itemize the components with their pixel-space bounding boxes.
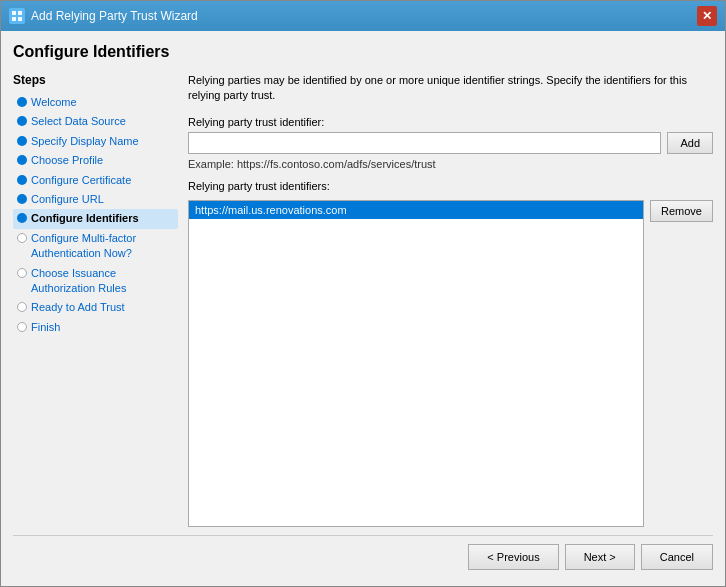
add-button[interactable]: Add — [667, 132, 713, 154]
identifier-field-label: Relying party trust identifier: — [188, 116, 713, 128]
title-bar: Add Relying Party Trust Wizard ✕ — [1, 1, 725, 31]
sidebar-item-choose-profile[interactable]: Choose Profile — [13, 151, 178, 170]
sidebar-item-choose-issuance[interactable]: Choose Issuance Authorization Rules — [13, 264, 178, 299]
svg-rect-3 — [18, 17, 22, 21]
svg-rect-0 — [12, 11, 16, 15]
dot-icon — [17, 213, 27, 223]
sidebar-item-label: Choose Profile — [31, 153, 103, 168]
identifier-input[interactable] — [188, 132, 661, 154]
sidebar-item-label: Welcome — [31, 95, 77, 110]
remove-button[interactable]: Remove — [650, 200, 713, 222]
window-title: Add Relying Party Trust Wizard — [31, 9, 198, 23]
list-item[interactable]: https://mail.us.renovations.com — [189, 201, 643, 219]
dot-icon — [17, 194, 27, 204]
identifiers-area: https://mail.us.renovations.com Remove — [188, 200, 713, 527]
svg-rect-2 — [12, 17, 16, 21]
identifiers-buttons: Remove — [650, 200, 713, 527]
window-body: Configure Identifiers Steps Welcome Sele… — [1, 31, 725, 586]
dot-icon — [17, 233, 27, 243]
dot-icon — [17, 136, 27, 146]
dot-icon — [17, 116, 27, 126]
page-title: Configure Identifiers — [13, 43, 713, 61]
title-bar-left: Add Relying Party Trust Wizard — [9, 8, 198, 24]
sidebar-item-welcome[interactable]: Welcome — [13, 93, 178, 112]
identifiers-list-label: Relying party trust identifiers: — [188, 180, 713, 192]
sidebar-item-label: Configure URL — [31, 192, 104, 207]
description-text: Relying parties may be identified by one… — [188, 73, 713, 104]
sidebar-item-ready-to-add[interactable]: Ready to Add Trust — [13, 298, 178, 317]
app-icon — [9, 8, 25, 24]
sidebar-item-specify-display-name[interactable]: Specify Display Name — [13, 132, 178, 151]
sidebar-item-label: Choose Issuance Authorization Rules — [31, 266, 174, 297]
cancel-button[interactable]: Cancel — [641, 544, 713, 570]
sidebar-item-label: Select Data Source — [31, 114, 126, 129]
sidebar-item-configure-url[interactable]: Configure URL — [13, 190, 178, 209]
sidebar-item-label: Configure Multi-factor Authentication No… — [31, 231, 174, 262]
example-text: Example: https://fs.contoso.com/adfs/ser… — [188, 158, 713, 170]
sidebar-item-label: Specify Display Name — [31, 134, 139, 149]
dot-icon — [17, 97, 27, 107]
svg-rect-1 — [18, 11, 22, 15]
dot-icon — [17, 268, 27, 278]
sidebar-item-label: Configure Identifiers — [31, 211, 139, 226]
sidebar-item-label: Finish — [31, 320, 60, 335]
dot-icon — [17, 155, 27, 165]
identifier-field-group: Relying party trust identifier: Add Exam… — [188, 116, 713, 170]
close-button[interactable]: ✕ — [697, 6, 717, 26]
sidebar: Steps Welcome Select Data Source Specify… — [13, 73, 188, 527]
previous-button[interactable]: < Previous — [468, 544, 558, 570]
sidebar-item-label: Ready to Add Trust — [31, 300, 125, 315]
sidebar-item-label: Configure Certificate — [31, 173, 131, 188]
dot-icon — [17, 175, 27, 185]
sidebar-item-select-data-source[interactable]: Select Data Source — [13, 112, 178, 131]
sidebar-item-finish[interactable]: Finish — [13, 318, 178, 337]
dot-icon — [17, 302, 27, 312]
identifiers-list[interactable]: https://mail.us.renovations.com — [188, 200, 644, 527]
identifier-input-row: Add — [188, 132, 713, 154]
wizard-window: Add Relying Party Trust Wizard ✕ Configu… — [0, 0, 726, 587]
sidebar-item-configure-certificate[interactable]: Configure Certificate — [13, 171, 178, 190]
next-button[interactable]: Next > — [565, 544, 635, 570]
sidebar-title: Steps — [13, 73, 178, 87]
sidebar-item-configure-multifactor[interactable]: Configure Multi-factor Authentication No… — [13, 229, 178, 264]
sidebar-item-configure-identifiers[interactable]: Configure Identifiers — [13, 209, 178, 228]
dot-icon — [17, 322, 27, 332]
wizard-footer: < Previous Next > Cancel — [13, 535, 713, 574]
content-area: Steps Welcome Select Data Source Specify… — [13, 73, 713, 527]
main-content: Relying parties may be identified by one… — [188, 73, 713, 527]
